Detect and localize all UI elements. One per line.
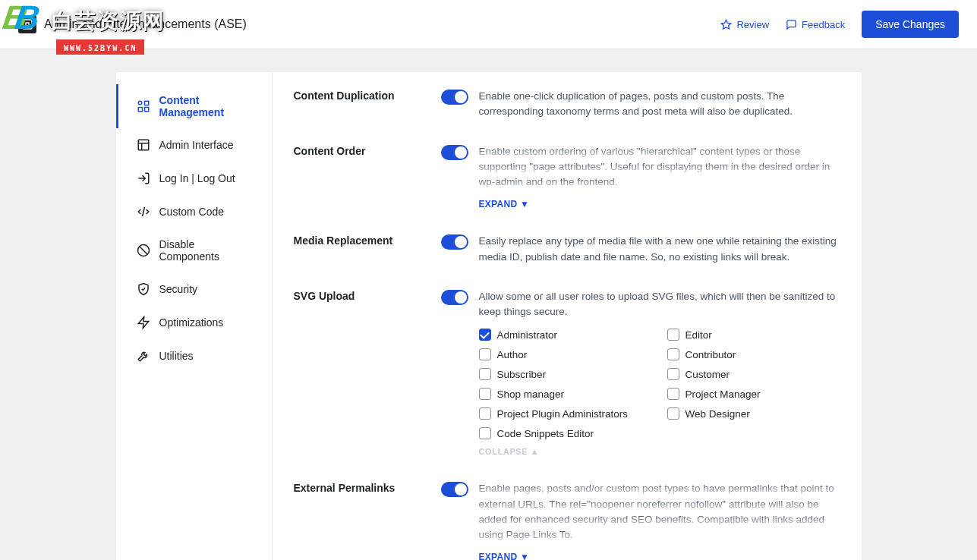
tools-icon — [137, 349, 150, 363]
toggle-media-replacement[interactable] — [441, 234, 468, 250]
checkbox-label: Editor — [685, 329, 712, 341]
checkbox-label: Web Designer — [685, 408, 750, 420]
checkbox[interactable] — [479, 368, 491, 380]
checkbox-label: Customer — [685, 369, 730, 380]
checkbox[interactable] — [667, 329, 679, 341]
role-checkbox-row[interactable]: Project Manager — [667, 388, 840, 400]
shield-icon — [137, 282, 150, 296]
role-checkbox-row[interactable]: Project Plugin Administrators — [479, 407, 652, 420]
setting-description: Enable one-click duplication of pages, p… — [479, 89, 840, 120]
svg-marker-13 — [138, 317, 149, 329]
role-checkbox-row[interactable]: Shop manager — [479, 388, 652, 400]
svg-line-12 — [139, 247, 147, 255]
sidebar-item-admin-interface[interactable]: Admin Interface — [116, 128, 272, 162]
checkbox[interactable] — [667, 348, 679, 360]
sidebar-item-disable-components[interactable]: Disable Components — [116, 228, 272, 272]
settings-content: Content Duplication Enable one-click dup… — [273, 72, 862, 560]
svg-rect-4 — [138, 108, 142, 112]
sidebar-item-label: Log In | Log Out — [159, 172, 235, 184]
toggle-content-order[interactable] — [441, 145, 468, 160]
sidebar-item-login-logout[interactable]: Log In | Log Out — [116, 162, 272, 195]
review-link[interactable]: Review — [720, 19, 769, 30]
sidebar-item-label: Disable Components — [159, 238, 254, 263]
collapse-button[interactable]: COLLAPSE ▲ — [479, 447, 540, 456]
role-checkbox-row[interactable]: Editor — [667, 329, 840, 341]
setting-title: External Permalinks — [294, 481, 423, 494]
role-checkbox-row[interactable]: Contributor — [667, 348, 840, 360]
toggle-external-permalinks[interactable] — [441, 482, 468, 497]
layers-icon — [137, 99, 150, 113]
expand-button[interactable]: EXPAND ▼ — [479, 552, 530, 560]
comment-icon — [786, 19, 797, 30]
code-icon — [137, 205, 150, 219]
sidebar-item-label: Admin Interface — [159, 139, 234, 151]
bolt-icon — [137, 316, 150, 329]
checkbox[interactable] — [479, 407, 491, 420]
setting-external-permalinks: External Permalinks Enable pages, posts … — [294, 481, 840, 560]
checkbox[interactable] — [479, 329, 491, 341]
page-links-to-link[interactable]: Page Links To — [506, 529, 571, 540]
toggle-svg-upload[interactable] — [441, 290, 468, 305]
setting-description: Allow some or all user roles to upload S… — [479, 289, 840, 320]
setting-svg-upload: SVG Upload Allow some or all user roles … — [294, 289, 840, 458]
sidebar-item-optimizations[interactable]: Optimizations — [116, 306, 272, 339]
setting-title: Media Replacement — [294, 234, 423, 247]
checkbox-label: Administrator — [497, 329, 558, 341]
page-title: Admin and Site Enhancements (ASE) — [44, 17, 247, 31]
role-checkbox-row[interactable]: Customer — [667, 368, 840, 380]
setting-content-duplication: Content Duplication Enable one-click dup… — [294, 89, 840, 120]
layout-icon — [137, 138, 150, 152]
checkbox[interactable] — [667, 368, 679, 380]
sidebar-item-label: Custom Code — [159, 206, 225, 218]
sidebar-item-custom-code[interactable]: Custom Code — [116, 195, 272, 228]
checkbox[interactable] — [479, 348, 491, 360]
checkbox-label: Subscriber — [497, 369, 547, 380]
svg-line-10 — [142, 207, 144, 216]
setting-title: Content Duplication — [294, 89, 423, 102]
expand-button[interactable]: EXPAND ▼ — [479, 199, 530, 209]
feedback-link[interactable]: Feedback — [786, 19, 845, 30]
plugin-icon — [18, 15, 36, 33]
checkbox-label: Contributor — [685, 349, 736, 360]
sidebar-item-label: Utilities — [159, 350, 194, 362]
checkbox-label: Project Manager — [685, 389, 761, 400]
sidebar-item-label: Security — [159, 283, 198, 295]
checkbox-label: Shop manager — [497, 389, 565, 400]
sidebar-item-utilities[interactable]: Utilities — [116, 339, 272, 373]
sidebar-nav: Content Management Admin Interface Log I… — [116, 72, 273, 560]
setting-description: Enable custom ordering of various "hiera… — [479, 144, 840, 190]
role-checkbox-row[interactable]: Subscriber — [479, 368, 652, 380]
setting-description: Enable pages, posts and/or custom post t… — [479, 481, 840, 543]
svg-marker-1 — [722, 20, 732, 29]
svg-rect-5 — [144, 108, 148, 112]
checkbox[interactable] — [479, 427, 491, 439]
svg-rect-6 — [138, 140, 149, 150]
sidebar-item-label: Optimizations — [159, 316, 224, 329]
checkbox-label: Author — [497, 349, 528, 360]
svg-rect-3 — [144, 101, 148, 105]
setting-content-order: Content Order Enable custom ordering of … — [294, 144, 840, 210]
setting-title: SVG Upload — [294, 289, 423, 302]
setting-title: Content Order — [294, 144, 423, 157]
sidebar-item-label: Content Management — [159, 94, 254, 118]
checkbox[interactable] — [667, 388, 679, 400]
sidebar-item-content-management[interactable]: Content Management — [116, 84, 272, 128]
checkbox[interactable] — [667, 407, 679, 420]
role-checkbox-row[interactable]: Code Snippets Editor — [479, 427, 652, 439]
settings-panel: Content Management Admin Interface Log I… — [116, 72, 862, 560]
ban-icon — [137, 244, 150, 257]
checkbox[interactable] — [479, 388, 491, 400]
setting-description: Easily replace any type of media file wi… — [479, 234, 840, 265]
role-checkbox-row[interactable]: Web Designer — [667, 407, 840, 420]
sidebar-item-security[interactable]: Security — [116, 272, 272, 306]
save-changes-button[interactable]: Save Changes — [862, 11, 959, 38]
setting-media-replacement: Media Replacement Easily replace any typ… — [294, 234, 840, 265]
checkbox-label: Code Snippets Editor — [497, 428, 594, 439]
svg-point-2 — [138, 101, 142, 105]
toggle-content-duplication[interactable] — [441, 90, 468, 105]
role-checkbox-row[interactable]: Administrator — [479, 329, 652, 341]
role-checkbox-row[interactable]: Author — [479, 348, 652, 360]
header-bar: Admin and Site Enhancements (ASE) Review… — [0, 0, 977, 49]
svg-rect-0 — [23, 20, 32, 29]
login-icon — [137, 171, 150, 185]
